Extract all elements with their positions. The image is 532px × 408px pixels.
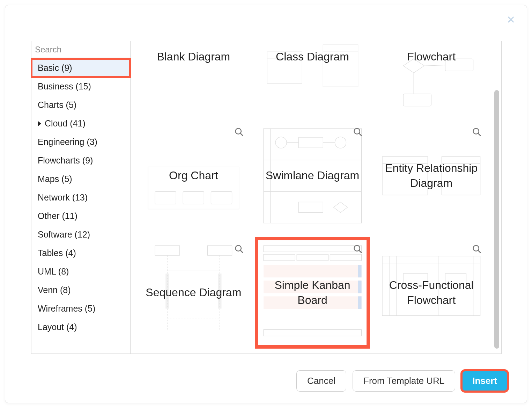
search-input[interactable]: [35, 45, 139, 54]
expand-arrow-icon: [38, 121, 41, 126]
svg-line-38: [240, 250, 243, 253]
template-label: Class Diagram: [262, 49, 363, 64]
svg-rect-52: [330, 254, 361, 261]
template-label: Simple Kanban Board: [262, 278, 363, 308]
svg-rect-14: [155, 191, 176, 204]
template-label: Swimlane Diagram: [262, 168, 363, 183]
category-label: Wireframes (5): [38, 304, 95, 314]
zoom-icon[interactable]: [353, 244, 363, 254]
close-icon[interactable]: ✕: [506, 15, 516, 25]
category-label: Basic (9): [38, 63, 72, 73]
category-label: Network (13): [38, 192, 88, 203]
svg-line-12: [240, 133, 243, 136]
category-label: Maps (5): [38, 174, 72, 184]
template-flowchart[interactable]: Flowchart: [375, 41, 487, 111]
category-label: Software (12): [38, 230, 90, 240]
sidebar-item-maps[interactable]: Maps (5): [31, 170, 130, 188]
sidebar-item-other[interactable]: Other (11): [31, 207, 130, 225]
zoom-icon[interactable]: [234, 127, 244, 137]
sidebar-item-engineering[interactable]: Engineering (3): [31, 133, 130, 151]
category-list: Basic (9) Business (15) Charts (5) Cloud…: [31, 58, 130, 354]
svg-point-25: [335, 137, 346, 148]
svg-rect-49: [264, 246, 362, 252]
svg-rect-24: [298, 137, 323, 148]
category-label: Tables (4): [38, 248, 76, 258]
svg-line-8: [424, 65, 445, 66]
svg-rect-39: [155, 246, 179, 255]
zoom-icon[interactable]: [353, 127, 363, 137]
sidebar-item-flowcharts[interactable]: Flowcharts (9): [31, 151, 130, 170]
template-org-chart[interactable]: Org Chart: [138, 122, 250, 230]
from-template-url-button[interactable]: From Template URL: [353, 370, 455, 392]
sidebar-item-network[interactable]: Network (13): [31, 188, 130, 207]
template-class-diagram[interactable]: Class Diagram: [257, 41, 369, 111]
sidebar-item-charts[interactable]: Charts (5): [31, 96, 130, 114]
category-label: Other (11): [38, 211, 77, 221]
template-picker-dialog: ✕ Basic (9) Business (15) Charts (5): [5, 5, 527, 403]
category-label: Business (15): [38, 81, 91, 92]
svg-rect-40: [207, 246, 232, 255]
svg-marker-29: [333, 202, 347, 212]
svg-line-61: [478, 250, 481, 253]
template-simple-kanban-board[interactable]: Simple Kanban Board: [257, 239, 369, 347]
zoom-icon[interactable]: [234, 244, 244, 254]
template-label: Blank Diagram: [143, 49, 244, 64]
sidebar-item-basic[interactable]: Basic (9): [31, 59, 130, 77]
category-label: UML (8): [38, 267, 69, 277]
svg-rect-50: [264, 254, 295, 261]
sidebar-item-wireframes[interactable]: Wireframes (5): [31, 299, 130, 318]
sidebar-item-tables[interactable]: Tables (4): [31, 244, 130, 262]
category-label: Engineering (3): [38, 137, 97, 147]
template-swimlane-diagram[interactable]: Swimlane Diagram: [257, 122, 369, 230]
insert-button[interactable]: Insert: [461, 370, 508, 392]
dialog-footer: Cancel From Template URL Insert: [296, 370, 508, 392]
svg-rect-53: [264, 265, 362, 277]
search-row: [31, 41, 130, 58]
sidebar-item-business[interactable]: Business (15): [31, 77, 130, 96]
category-label: Cloud (41): [45, 118, 86, 129]
sidebar: Basic (9) Business (15) Charts (5) Cloud…: [31, 41, 131, 354]
category-label: Charts (5): [38, 100, 76, 110]
category-label: Layout (4): [38, 322, 77, 332]
svg-rect-51: [297, 254, 328, 261]
cancel-button[interactable]: Cancel: [296, 370, 346, 392]
svg-rect-56: [358, 265, 361, 277]
template-cross-functional-flowchart[interactable]: Cross-Functional Flowchart: [375, 239, 487, 347]
category-label: Flowcharts (9): [38, 155, 93, 166]
zoom-icon[interactable]: [472, 244, 482, 254]
svg-line-48: [359, 250, 362, 253]
template-label: Flowchart: [381, 49, 482, 64]
svg-rect-9: [404, 94, 431, 106]
svg-point-23: [275, 137, 287, 148]
svg-line-18: [359, 133, 362, 136]
template-label: Cross-Functional Flowchart: [381, 278, 482, 308]
template-sequence-diagram[interactable]: Sequence Diagram: [138, 239, 250, 347]
category-label: Venn (8): [38, 285, 71, 295]
insert-button-highlight: Insert: [461, 370, 508, 392]
svg-rect-28: [298, 202, 323, 212]
main-panel: Basic (9) Business (15) Charts (5) Cloud…: [31, 41, 502, 354]
svg-rect-16: [211, 191, 232, 204]
zoom-icon[interactable]: [472, 127, 482, 137]
svg-rect-15: [183, 191, 204, 204]
template-label: Entity Relationship Diagram: [381, 161, 482, 191]
template-label: Org Chart: [143, 168, 244, 183]
sidebar-item-cloud[interactable]: Cloud (41): [31, 114, 130, 133]
svg-line-31: [478, 133, 481, 136]
template-entity-relationship-diagram[interactable]: Entity Relationship Diagram: [375, 122, 487, 230]
template-label: Sequence Diagram: [143, 285, 244, 300]
template-grid: Blank Diagram Class Diagram: [131, 41, 501, 354]
template-blank-diagram[interactable]: Blank Diagram: [138, 41, 250, 111]
svg-rect-59: [264, 330, 362, 336]
sidebar-item-venn[interactable]: Venn (8): [31, 281, 130, 299]
sidebar-item-software[interactable]: Software (12): [31, 225, 130, 244]
sidebar-item-layout[interactable]: Layout (4): [31, 318, 130, 336]
sidebar-item-uml[interactable]: UML (8): [31, 262, 130, 281]
scrollbar[interactable]: [494, 90, 499, 349]
